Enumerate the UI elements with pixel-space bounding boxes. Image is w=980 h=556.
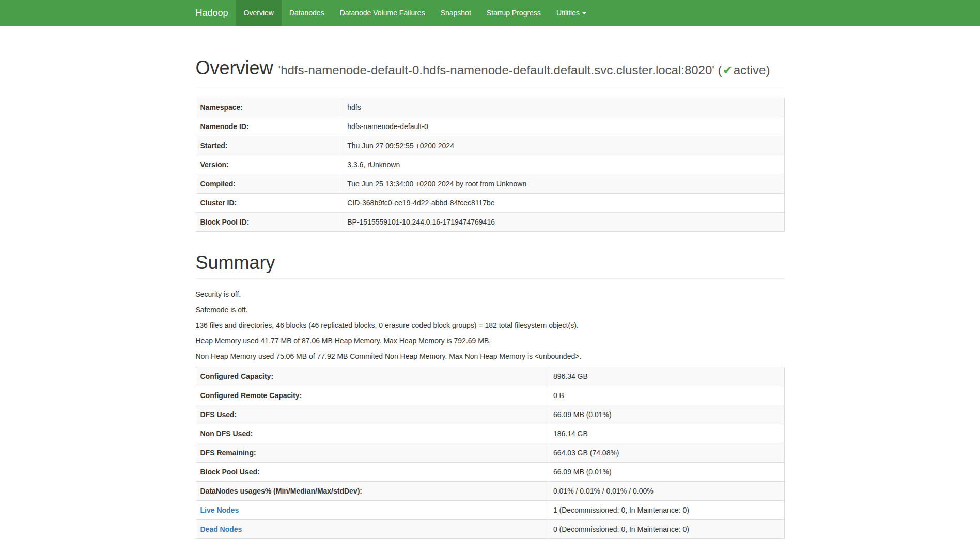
row-value: 1 (Decommissioned: 0, In Maintenance: 0) [549,500,784,519]
row-value: 896.34 GB [549,367,784,386]
row-label-live-nodes[interactable]: Live Nodes [200,506,239,514]
nav-item-container: Startup Progress [479,0,549,26]
summary-paragraph: Heap Memory used 41.77 MB of 87.06 MB He… [196,336,785,346]
state-text: active [734,63,766,77]
table-row: Cluster ID: CID-368b9fc0-ee19-4d22-abbd-… [196,194,784,213]
page-title: Overview 'hdfs-namenode-default-0.hdfs-n… [196,58,785,78]
row-value: 664.03 GB (74.08%) [549,443,784,462]
summary-paragraph: Safemode is off. [196,305,785,315]
row-label-cell: Block Pool Used: [196,462,549,481]
nav-item-label: Datanode Volume Failures [340,9,425,17]
row-label-block-pool-used: Block Pool Used: [200,468,260,476]
page-header: Overview 'hdfs-namenode-default-0.hdfs-n… [196,58,785,87]
nav-item-datanodes[interactable]: Datanodes [282,0,332,26]
nav-item-startup-progress[interactable]: Startup Progress [479,0,549,26]
summary-table: Configured Capacity: 896.34 GB Configure… [196,367,785,539]
row-label-cell: Live Nodes [196,500,549,519]
row-value: 0.01% / 0.01% / 0.01% / 0.00% [549,481,784,500]
summary-header: Summary [196,252,785,278]
nav-item-label: Overview [244,9,274,17]
state-paren-close: ) [766,63,770,77]
row-label-started: Started: [200,141,228,150]
row-value: 186.14 GB [549,424,784,443]
table-row: Block Pool Used: 66.09 MB (0.01%) [196,462,784,481]
caret-down-icon [582,12,586,14]
row-label-cell: Started: [196,136,343,155]
row-label-cell: Namenode ID: [196,117,343,136]
row-label-version: Version: [200,161,229,169]
row-value: 66.09 MB (0.01%) [549,462,784,481]
row-label-configured-capacity: Configured Capacity: [200,372,274,380]
row-label-cell: Namespace: [196,98,343,117]
row-label-cluster-id: Cluster ID: [200,199,237,207]
summary-paragraph: Non Heap Memory used 75.06 MB of 77.92 M… [196,351,785,361]
row-value: 0 B [549,386,784,405]
active-check-icon: ✔ [722,63,734,77]
main-nav: Overview Datanodes Datanode Volume Failu… [236,0,594,26]
nav-item-container: Snapshot [433,0,479,26]
row-label-cell: Non DFS Used: [196,424,549,443]
top-navbar: Hadoop Overview Datanodes Datanod [0,0,980,26]
table-row: Namespace: hdfs [196,98,784,117]
row-label-namespace: Namespace: [200,103,243,112]
table-row: Started: Thu Jun 27 09:52:55 +0200 2024 [196,136,784,155]
summary-table-body: Configured Capacity: 896.34 GB Configure… [196,367,784,538]
nav-item-label: Datanodes [289,9,324,17]
summary-paragraphs: Security is off. Safemode is off. 136 fi… [196,289,785,361]
row-value: Thu Jun 27 09:52:55 +0200 2024 [343,136,784,155]
row-label-cell: Block Pool ID: [196,213,343,232]
summary-paragraph: Security is off. [196,289,785,299]
table-row: DFS Used: 66.09 MB (0.01%) [196,405,784,424]
row-value: CID-368b9fc0-ee19-4d22-abbd-84fcec8117be [343,194,784,213]
page-title-text: Overview [196,57,273,78]
row-label-block-pool-id: Block Pool ID: [200,218,250,226]
row-label-dead-nodes[interactable]: Dead Nodes [200,525,242,533]
nav-item-snapshot[interactable]: Snapshot [433,0,479,26]
row-label-non-dfs-used: Non DFS Used: [200,430,253,438]
row-label-configured-remote-capacity: Configured Remote Capacity: [200,391,302,400]
summary-paragraph: 136 files and directories, 46 blocks (46… [196,320,785,330]
table-row: Dead Nodes 0 (Decommissioned: 0, In Main… [196,519,784,538]
page-subtitle: 'hdfs-namenode-default-0.hdfs-namenode-d… [278,63,770,77]
nav-item-container: Datanode Volume Failures [332,0,433,26]
row-label-cell: Configured Capacity: [196,367,549,386]
row-label-cell: Version: [196,155,343,174]
row-label-cell: Configured Remote Capacity: [196,386,549,405]
row-label-cell: DFS Used: [196,405,549,424]
nav-item-container: Datanodes [282,0,332,26]
nav-item-datanode-volume-failures[interactable]: Datanode Volume Failures [332,0,433,26]
row-value: 3.3.6, rUnknown [343,155,784,174]
namenode-info-table: Namespace: hdfs Namenode ID: hdfs-nameno… [196,98,785,232]
row-label-cell: DataNodes usages% (Min/Median/Max/stdDev… [196,481,549,500]
table-row: Configured Remote Capacity: 0 B [196,386,784,405]
row-label-dfs-remaining: DFS Remaining: [200,449,256,457]
namenode-info-table-body: Namespace: hdfs Namenode ID: hdfs-nameno… [196,98,784,232]
table-row: DFS Remaining: 664.03 GB (74.08%) [196,443,784,462]
table-row: Compiled: Tue Jun 25 13:34:00 +0200 2024… [196,174,784,194]
row-label-cell: Compiled: [196,174,343,194]
row-label-compiled: Compiled: [200,180,236,188]
table-row: Version: 3.3.6, rUnknown [196,155,784,174]
row-value: BP-1515559101-10.244.0.16-1719474769416 [343,213,784,232]
row-label-dfs-used: DFS Used: [200,410,237,419]
row-value: 66.09 MB (0.01%) [549,405,784,424]
nav-item-utilities[interactable]: Utilities [549,0,594,26]
nav-item-container: Utilities [549,0,594,26]
row-label-cell: DFS Remaining: [196,443,549,462]
table-row: Configured Capacity: 896.34 GB [196,367,784,386]
nav-item-label: Utilities [556,9,580,17]
row-label-cell: Cluster ID: [196,194,343,213]
table-row: Namenode ID: hdfs-namenode-default-0 [196,117,784,136]
nav-item-label: Snapshot [441,9,471,17]
summary-title: Summary [196,252,785,273]
table-row: DataNodes usages% (Min/Median/Max/stdDev… [196,481,784,500]
nav-item-overview[interactable]: Overview [236,0,282,26]
row-label-cell: Dead Nodes [196,519,549,538]
row-value: hdfs [343,98,784,117]
nav-item-container: Overview [236,0,282,26]
row-label-namenode-id: Namenode ID: [200,122,249,131]
row-value: hdfs-namenode-default-0 [343,117,784,136]
main-content: Overview 'hdfs-namenode-default-0.hdfs-n… [188,58,792,539]
table-row: Non DFS Used: 186.14 GB [196,424,784,443]
app-brand: Hadoop [196,0,236,26]
